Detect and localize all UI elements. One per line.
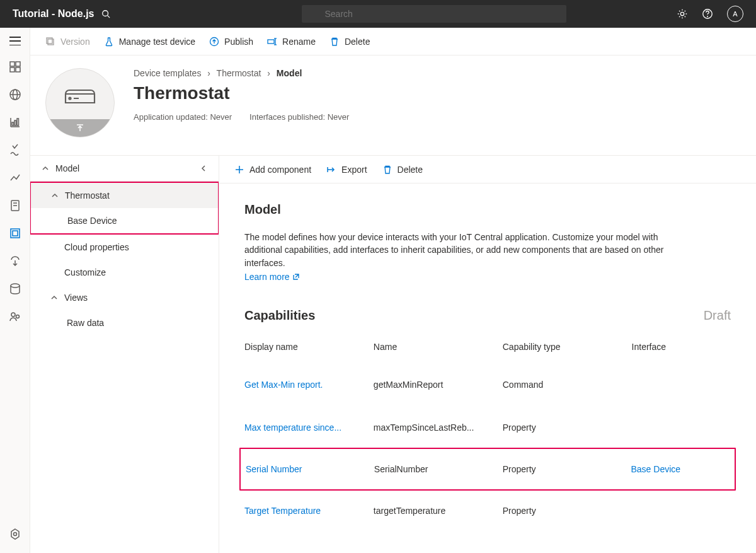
rail-analytics-icon[interactable]: [9, 172, 21, 184]
capability-type: Property: [503, 422, 622, 433]
search-wrap: [94, 5, 566, 23]
learn-more-link[interactable]: Learn more: [244, 272, 300, 282]
chevron-up-icon: [50, 294, 58, 301]
meta-published: Interfaces published: Never: [249, 112, 349, 122]
capability-name: maxTempSinceLastReb...: [374, 422, 493, 433]
content-command-bar: Add component Export Delete: [219, 156, 756, 183]
svg-point-24: [16, 315, 19, 318]
tree-item-raw-data[interactable]: Raw data: [30, 310, 219, 335]
model-description: The model defines how your device intera…: [244, 231, 698, 269]
svg-point-4: [707, 16, 707, 16]
breadcrumb-device-templates[interactable]: Device templates: [134, 68, 201, 78]
publish-button[interactable]: Publish: [209, 37, 253, 47]
flask-icon: [104, 37, 114, 47]
export-button[interactable]: Export: [326, 165, 367, 175]
upload-icon: [75, 123, 85, 133]
page-title: Thermostat: [134, 83, 349, 103]
svg-point-0: [103, 11, 108, 16]
tree-item-views[interactable]: Views: [30, 285, 219, 310]
capability-display-name-link[interactable]: Serial Number: [246, 464, 364, 474]
capability-display-name-link[interactable]: Target Temperature: [244, 506, 364, 516]
help-icon[interactable]: [702, 8, 713, 20]
rename-button[interactable]: Rename: [267, 37, 316, 47]
svg-rect-21: [13, 231, 18, 236]
command-bar: Version Manage test device Publish Renam…: [30, 28, 756, 55]
gear-icon[interactable]: [677, 8, 688, 20]
manage-test-device-button[interactable]: Manage test device: [104, 37, 195, 47]
tree-item-customize[interactable]: Customize: [30, 260, 219, 285]
tree-model-header[interactable]: Model: [30, 156, 219, 182]
table-row[interactable]: Target TemperaturetargetTemperaturePrope…: [244, 489, 731, 532]
capabilities-title: Capabilities: [244, 308, 315, 323]
capability-display-name-link[interactable]: Max temperature since...: [244, 422, 364, 433]
svg-point-22: [11, 284, 20, 288]
meta-updated: Application updated: Never: [134, 112, 232, 122]
capability-interface[interactable]: Base Device: [631, 464, 730, 474]
rail-globe-icon[interactable]: [9, 88, 21, 101]
svg-rect-27: [48, 39, 54, 45]
rail-admin-icon[interactable]: [9, 310, 21, 323]
search-icon: [101, 9, 110, 18]
svg-rect-30: [268, 40, 274, 44]
rail-jobs-icon[interactable]: [9, 199, 21, 212]
version-icon: [45, 37, 55, 47]
top-icons: A: [677, 6, 743, 22]
svg-point-2: [680, 12, 684, 15]
delete-button[interactable]: Delete: [329, 37, 370, 47]
breadcrumb-thermostat[interactable]: Thermostat: [217, 68, 261, 78]
svg-rect-6: [16, 62, 20, 66]
svg-point-26: [13, 533, 16, 536]
hamburger-icon[interactable]: [9, 37, 21, 45]
search-input[interactable]: [302, 5, 566, 23]
tree-item-thermostat[interactable]: Thermostat: [31, 183, 218, 208]
rename-icon: [267, 37, 277, 47]
col-display-name: Display name: [244, 342, 364, 352]
chevron-up-icon: [51, 192, 59, 199]
breadcrumb-current: Model: [277, 68, 302, 78]
external-link-icon: [292, 273, 300, 281]
version-button: Version: [45, 37, 90, 47]
highlight-annotation-row: Serial NumberSerialNumberPropertyBase De…: [239, 448, 736, 491]
model-section-title: Model: [244, 202, 731, 217]
svg-rect-28: [47, 38, 52, 44]
tree-item-base-device[interactable]: Base Device: [31, 208, 218, 233]
rail-templates-icon[interactable]: [9, 227, 21, 240]
svg-marker-25: [11, 529, 19, 539]
trash-icon: [329, 37, 340, 47]
add-component-button[interactable]: Add component: [234, 165, 311, 175]
svg-rect-7: [10, 67, 14, 72]
rail-storage-icon[interactable]: [9, 282, 21, 295]
rail-dashboard-icon[interactable]: [9, 61, 21, 73]
rail-chart-icon[interactable]: [9, 116, 21, 129]
capability-type: Property: [503, 464, 621, 474]
delete-model-button[interactable]: Delete: [382, 165, 423, 175]
left-rail: [0, 28, 30, 553]
chevron-left-icon[interactable]: [200, 165, 207, 172]
export-icon: [326, 165, 336, 175]
side-tree: Model Thermostat Base Device Cloud prope…: [30, 156, 219, 553]
col-interface: Interface: [632, 342, 731, 352]
col-name: Name: [374, 342, 493, 352]
table-row[interactable]: Get Max-Min report.getMaxMinReportComman…: [244, 363, 731, 406]
svg-rect-14: [12, 122, 14, 125]
rail-rules-icon[interactable]: [9, 144, 21, 156]
plus-icon: [234, 165, 244, 175]
trash-icon: [382, 165, 392, 175]
table-row[interactable]: Serial NumberSerialNumberPropertyBase De…: [246, 450, 730, 488]
breadcrumb: Device templates › Thermostat › Model: [134, 68, 349, 78]
rail-settings-icon[interactable]: [9, 528, 21, 540]
svg-rect-20: [11, 229, 20, 238]
capability-display-name-link[interactable]: Get Max-Min report.: [244, 380, 364, 390]
capability-type: Property: [503, 506, 622, 516]
device-icon: [64, 85, 96, 107]
capability-name: SerialNumber: [374, 464, 493, 474]
rail-export-icon[interactable]: [9, 255, 21, 267]
col-capability-type: Capability type: [503, 342, 622, 352]
table-row[interactable]: Max temperature since...maxTempSinceLast…: [244, 406, 731, 449]
svg-rect-8: [16, 67, 20, 72]
device-image[interactable]: [45, 68, 115, 137]
capabilities-table: Display name Name Capability type Interf…: [244, 337, 731, 532]
status-badge: Draft: [704, 308, 731, 323]
avatar[interactable]: A: [727, 6, 743, 22]
tree-item-cloud-properties[interactable]: Cloud properties: [30, 235, 219, 260]
